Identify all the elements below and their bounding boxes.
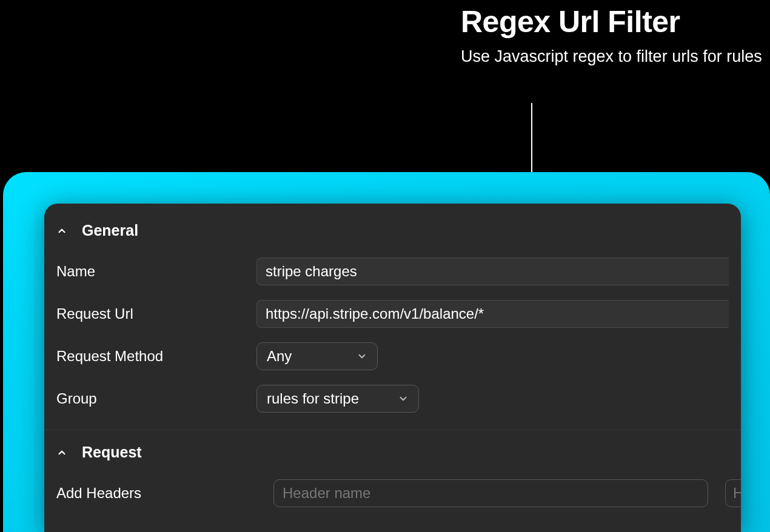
label-name: Name	[56, 263, 256, 280]
row-request-method: Request Method Any	[44, 335, 741, 377]
row-group: Group rules for stripe	[44, 377, 741, 420]
section-title-general: General	[82, 222, 138, 239]
label-add-headers: Add Headers	[56, 485, 256, 502]
section-header-general[interactable]: General	[44, 218, 741, 250]
row-add-headers: Add Headers He	[44, 472, 741, 514]
feature-callout: Regex Url Filter Use Javascript regex to…	[461, 6, 764, 67]
select-request-method-value: Any	[267, 348, 292, 365]
input-header-value-cutoff[interactable]: He	[725, 479, 741, 507]
chevron-down-icon	[357, 351, 367, 362]
chevron-up-icon	[56, 225, 67, 236]
select-group-value: rules for stripe	[267, 390, 359, 407]
settings-panel: General Name Request Url Request Method …	[44, 204, 741, 532]
label-request-method: Request Method	[56, 348, 256, 365]
feature-subtitle: Use Javascript regex to filter urls for …	[461, 45, 764, 67]
input-request-url[interactable]	[256, 300, 729, 328]
input-name[interactable]	[256, 258, 729, 285]
feature-title: Regex Url Filter	[461, 6, 764, 38]
select-request-method[interactable]: Any	[256, 342, 378, 370]
label-group: Group	[56, 390, 256, 407]
section-header-request[interactable]: Request	[44, 430, 741, 472]
label-request-url: Request Url	[56, 305, 256, 322]
input-header-name[interactable]	[273, 479, 708, 507]
chevron-up-icon	[56, 447, 67, 458]
panel-gradient-frame: General Name Request Url Request Method …	[3, 172, 770, 532]
section-title-request: Request	[82, 444, 142, 461]
chevron-down-icon	[398, 393, 409, 404]
row-request-url: Request Url	[44, 293, 741, 335]
row-name: Name	[44, 250, 741, 293]
select-group[interactable]: rules for stripe	[256, 385, 419, 413]
